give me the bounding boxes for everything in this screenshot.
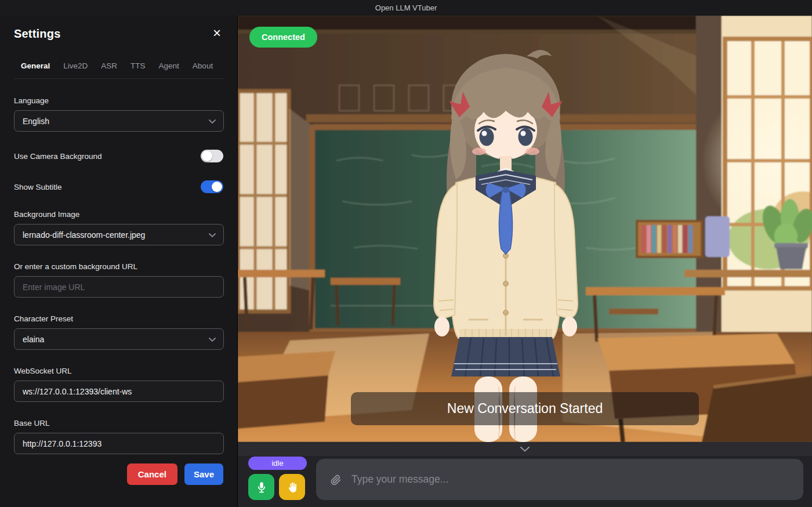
websocket-url-label: WebSocket URL	[14, 367, 223, 375]
toggle-knob	[202, 151, 212, 161]
microphone-button[interactable]	[248, 474, 274, 500]
window-title: Open LLM VTuber	[375, 3, 437, 12]
background-image-label: Background Image	[14, 210, 223, 219]
close-icon[interactable]: ×	[211, 27, 223, 39]
background-image-select[interactable]: lernado-diff-classroom-center.jpeg	[14, 224, 224, 245]
character-preset-label: Character Preset	[14, 314, 223, 323]
cabinet	[705, 216, 730, 257]
tab-asr[interactable]: ASR	[101, 61, 117, 70]
chevron-down-icon	[209, 119, 216, 124]
cancel-button[interactable]: Cancel	[127, 463, 177, 485]
websocket-url-input[interactable]	[14, 381, 224, 402]
live2d-canvas[interactable]: Connected New Conversation Started	[238, 16, 812, 442]
bookshelf	[637, 221, 702, 257]
connection-status-badge: Connected	[249, 27, 317, 48]
use-camera-background-label: Use Camera Background	[14, 152, 102, 161]
use-camera-background-toggle[interactable]	[201, 150, 223, 162]
hand-icon	[286, 481, 299, 494]
base-url-input[interactable]	[14, 433, 224, 454]
settings-panel: Settings × General Live2D ASR TTS Agent …	[0, 16, 238, 507]
show-subtitle-label: Show Subtitle	[14, 183, 62, 191]
message-input[interactable]	[351, 473, 789, 486]
chevron-down-icon	[209, 233, 216, 238]
settings-tabs: General Live2D ASR TTS Agent About	[14, 57, 223, 79]
microphone-icon	[255, 481, 268, 494]
show-subtitle-toggle[interactable]	[201, 180, 223, 193]
character-preset-value: elaina	[23, 335, 44, 344]
stage-area: Connected New Conversation Started idle	[238, 16, 812, 507]
tab-agent[interactable]: Agent	[159, 61, 179, 70]
classroom-background	[238, 16, 812, 442]
chevron-down-icon	[209, 338, 216, 342]
footer-controls: idle	[238, 456, 812, 507]
chevron-down-icon	[520, 447, 530, 452]
settings-title: Settings	[14, 27, 61, 41]
custom-background-url-input[interactable]	[14, 276, 224, 298]
character-preset-select[interactable]: elaina	[14, 328, 224, 350]
message-input-container	[316, 459, 803, 500]
tab-live2d[interactable]: Live2D	[63, 61, 88, 70]
language-label: Language	[14, 96, 223, 105]
save-button[interactable]: Save	[184, 463, 223, 485]
ai-state-badge: idle	[248, 457, 307, 470]
language-value: English	[23, 117, 49, 126]
tab-tts[interactable]: TTS	[130, 61, 146, 70]
subtitle-banner: New Conversation Started	[351, 392, 699, 425]
base-url-label: Base URL	[14, 419, 223, 428]
background-image-value: lernado-diff-classroom-center.jpeg	[23, 230, 145, 240]
toggle-knob	[212, 182, 222, 192]
interrupt-hand-button[interactable]	[279, 474, 305, 500]
language-select[interactable]: English	[14, 110, 224, 132]
tab-about[interactable]: About	[193, 61, 213, 70]
tab-general[interactable]: General	[21, 61, 50, 70]
paperclip-icon[interactable]	[330, 473, 342, 486]
window-titlebar: Open LLM VTuber	[0, 0, 812, 16]
footer-collapse-toggle[interactable]	[238, 442, 812, 456]
custom-background-url-label: Or enter a custom background URL	[14, 262, 223, 271]
